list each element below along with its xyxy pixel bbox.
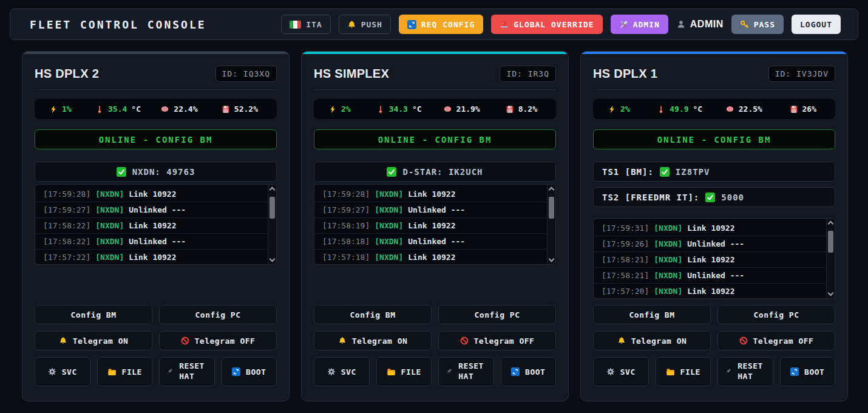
sync-icon (407, 20, 416, 29)
check-icon (117, 167, 126, 177)
log-entry: [17:58:22] [NXDN] Link 10922 (35, 218, 268, 234)
config-bm-label: Config BM (629, 310, 675, 319)
scroll-down-icon[interactable] (270, 256, 276, 262)
cpu-stat: 21.9% (443, 104, 484, 114)
log-message: Unlinked --- (408, 205, 465, 214)
siren-icon (500, 20, 509, 29)
telegram-on-button[interactable]: Telegram ON (35, 331, 152, 350)
user-chip: ADMIN (676, 19, 724, 30)
stats-bar: 2% 34.3°C 21.9% 8.2% (314, 99, 556, 119)
file-label: FILE (401, 367, 421, 377)
telegram-off-button[interactable]: Telegram OFF (438, 331, 556, 350)
file-label: FILE (122, 367, 142, 377)
scrollbar-thumb[interactable] (828, 231, 833, 253)
status-banner: ONLINE - CONFIG BM (35, 129, 277, 149)
log-rows: [17:59:31] [NXDN] Link 10922 [17:59:26] … (594, 219, 826, 298)
scrollbar-thumb[interactable] (270, 197, 275, 219)
app-header: FLEET CONTROL CONSOLE ITA PUSH REQ CONFI… (10, 9, 858, 40)
power-stat: 1% (49, 104, 76, 114)
telegram-on-label: Telegram ON (73, 336, 129, 346)
cpu-stat: 22.5% (725, 104, 767, 114)
telegram-on-button[interactable]: Telegram ON (314, 331, 432, 350)
log-tag: [NXDN] (375, 253, 403, 262)
push-button[interactable]: PUSH (339, 15, 391, 34)
scroll-down-icon[interactable] (828, 290, 834, 296)
file-button[interactable]: FILE (97, 357, 153, 386)
log-scrollbar[interactable] (826, 219, 835, 298)
config-bm-button[interactable]: Config BM (314, 305, 432, 324)
service-value: 5000 (721, 193, 744, 202)
file-button[interactable]: FILE (376, 357, 432, 386)
req-config-button[interactable]: REQ CONFIG (399, 15, 483, 34)
log-tag: [NXDN] (95, 189, 124, 199)
scroll-up-icon[interactable] (549, 187, 555, 193)
scrollbar-thumb[interactable] (549, 197, 554, 219)
log-panel: [17:59:28] [NXDN] Link 10922 [17:59:27] … (35, 184, 277, 265)
config-bm-button[interactable]: Config BM (35, 305, 152, 324)
boot-button[interactable]: BOOT (501, 357, 557, 386)
config-bm-button[interactable]: Config BM (593, 305, 711, 324)
log-message: Link 10922 (408, 221, 455, 230)
telegram-on-button[interactable]: Telegram ON (593, 331, 711, 350)
reset-hat-button[interactable]: RESET HAT (159, 357, 215, 386)
log-timestamp: [17:58:19] (322, 221, 370, 230)
gear-icon (327, 367, 336, 376)
brain-icon (160, 104, 169, 114)
language-button[interactable]: ITA (281, 15, 330, 34)
config-pc-button[interactable]: Config PC (159, 305, 277, 324)
svc-button[interactable]: SVC (593, 357, 649, 386)
page-title: FLEET CONTROL CONSOLE (30, 18, 206, 31)
device-title: HS SIMPLEX (314, 67, 389, 81)
key-icon (740, 20, 749, 29)
telegram-off-button[interactable]: Telegram OFF (159, 331, 277, 350)
divider (314, 89, 556, 90)
telegram-off-button[interactable]: Telegram OFF (717, 331, 835, 350)
disk-icon (222, 105, 230, 114)
log-message: Link 10922 (408, 189, 455, 199)
log-tag: [NXDN] (375, 189, 403, 199)
gear-icon (606, 367, 615, 376)
svc-button[interactable]: SVC (35, 357, 90, 386)
config-pc-button[interactable]: Config PC (438, 305, 556, 324)
log-timestamp: [17:59:28] (43, 189, 90, 199)
device-id-badge: ID: IR3Q (500, 66, 556, 82)
svc-button[interactable]: SVC (314, 357, 370, 386)
log-tag: [NXDN] (375, 221, 403, 230)
config-pc-label: Config PC (195, 310, 241, 319)
push-label: PUSH (361, 20, 382, 29)
svc-label: SVC (341, 367, 356, 377)
boot-label: BOOT (804, 367, 824, 377)
brain-icon (443, 104, 452, 114)
check-icon (660, 167, 670, 177)
cpu-stat: 22.4% (160, 104, 202, 114)
boot-button[interactable]: BOOT (222, 357, 277, 386)
config-bm-label: Config BM (350, 310, 396, 319)
log-scrollbar[interactable] (268, 185, 276, 264)
global-override-button[interactable]: GLOBAL OVERRIDE (491, 15, 602, 34)
telegram-off-label: Telegram OFF (195, 336, 256, 346)
reset-hat-button[interactable]: RESET HAT (438, 357, 494, 386)
admin-panel-button[interactable]: ADMIN (611, 15, 668, 34)
folder-icon (387, 367, 396, 377)
device-id-badge: ID: IQ3XQ (215, 66, 277, 82)
scroll-up-icon[interactable] (270, 187, 276, 193)
divider (593, 89, 835, 90)
file-button[interactable]: FILE (656, 357, 711, 386)
status-banner: ONLINE - CONFIG BM (593, 129, 835, 149)
scroll-down-icon[interactable] (549, 256, 555, 262)
disk-icon (506, 105, 514, 114)
log-tag: [NXDN] (654, 287, 682, 296)
log-scrollbar[interactable] (547, 185, 555, 264)
logout-button[interactable]: LOGOUT (792, 15, 841, 34)
log-timestamp: [17:58:22] (43, 237, 90, 246)
log-tag: [NXDN] (95, 253, 124, 262)
sync-icon (232, 367, 240, 376)
reset-hat-button[interactable]: RESET HAT (717, 357, 773, 386)
config-pc-button[interactable]: Config PC (717, 305, 835, 324)
log-entry: [17:59:31] [NXDN] Link 10922 (594, 220, 826, 236)
pass-button[interactable]: PASS (731, 15, 784, 34)
scroll-up-icon[interactable] (828, 221, 834, 227)
language-label: ITA (306, 20, 322, 29)
boot-button[interactable]: BOOT (780, 357, 836, 386)
plug-icon (444, 367, 453, 376)
